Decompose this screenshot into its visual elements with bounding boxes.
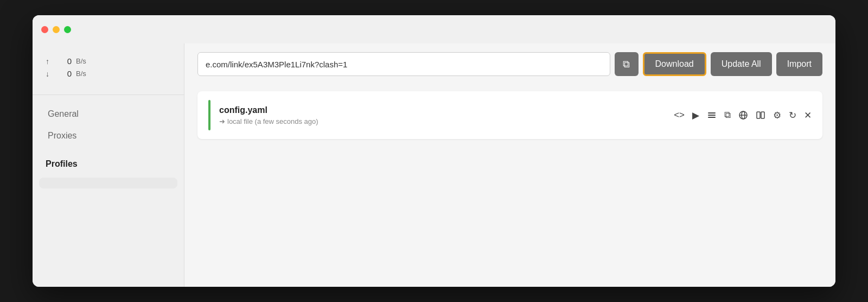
sidebar-section-profiles: Profiles	[33, 150, 184, 173]
profile-name: config.yaml	[219, 105, 665, 115]
download-button[interactable]: Download	[643, 52, 706, 76]
globe-icon[interactable]	[738, 110, 748, 120]
download-arrow: ↓	[46, 70, 52, 78]
svg-rect-6	[757, 112, 760, 118]
profile-info: config.yaml ➜ local file (a few seconds …	[219, 105, 665, 125]
upload-arrow: ↑	[46, 57, 52, 66]
profiles-list: config.yaml ➜ local file (a few seconds …	[184, 85, 835, 287]
svg-rect-7	[761, 112, 764, 118]
titlebar	[33, 15, 835, 43]
svg-rect-0	[708, 112, 716, 114]
network-stats: ↑ 0 B/s ↓ 0 B/s	[33, 52, 184, 90]
main-content: ⧉ Download Update All Import config.yaml	[184, 43, 835, 287]
profile-card: config.yaml ➜ local file (a few seconds …	[197, 91, 822, 139]
sidebar: ↑ 0 B/s ↓ 0 B/s General Proxies Profiles	[33, 43, 184, 287]
close-icon[interactable]: ✕	[804, 110, 812, 121]
split-icon[interactable]	[756, 110, 765, 120]
download-value: 0	[56, 69, 72, 78]
svg-rect-1	[708, 115, 716, 116]
profile-meta-text: local file (a few seconds ago)	[227, 117, 318, 125]
import-button[interactable]: Import	[776, 52, 822, 76]
sidebar-profiles-nav	[33, 173, 184, 193]
profile-accent	[208, 100, 210, 130]
window-body: ↑ 0 B/s ↓ 0 B/s General Proxies Profiles	[33, 43, 835, 287]
sidebar-item-proxies[interactable]: Proxies	[39, 125, 177, 146]
sidebar-nav: General Proxies	[33, 99, 184, 150]
profile-actions: <> ▶ ⧉	[674, 110, 812, 121]
upload-unit: B/s	[76, 57, 86, 65]
upload-stat-row: ↑ 0 B/s	[46, 56, 171, 66]
svg-rect-2	[708, 117, 716, 118]
update-all-label: Update All	[722, 59, 761, 68]
sidebar-item-config[interactable]	[39, 178, 177, 188]
list-icon[interactable]	[707, 110, 717, 120]
refresh-icon[interactable]: ↻	[789, 110, 796, 121]
download-label: Download	[655, 59, 694, 68]
url-input[interactable]	[197, 52, 610, 76]
minimize-button[interactable]	[53, 26, 60, 33]
topbar: ⧉ Download Update All Import	[184, 43, 835, 85]
sidebar-divider	[33, 95, 184, 95]
copy-url-icon: ⧉	[623, 59, 630, 70]
code-icon[interactable]: <>	[674, 110, 685, 121]
profile-meta-arrow: ➜	[219, 117, 225, 125]
gear-icon[interactable]: ⚙	[773, 110, 781, 121]
update-all-button[interactable]: Update All	[711, 52, 772, 76]
download-unit: B/s	[76, 70, 86, 78]
traffic-lights	[41, 26, 71, 33]
download-stat-row: ↓ 0 B/s	[46, 69, 171, 78]
play-icon[interactable]: ▶	[692, 110, 699, 121]
import-label: Import	[787, 59, 812, 68]
upload-value: 0	[56, 56, 72, 66]
copy-icon[interactable]: ⧉	[724, 110, 731, 121]
copy-url-button[interactable]: ⧉	[615, 52, 639, 76]
profile-meta: ➜ local file (a few seconds ago)	[219, 117, 665, 125]
close-button[interactable]	[41, 26, 48, 33]
maximize-button[interactable]	[64, 26, 71, 33]
app-window: ↑ 0 B/s ↓ 0 B/s General Proxies Profiles	[33, 15, 835, 287]
sidebar-item-general[interactable]: General	[39, 104, 177, 124]
